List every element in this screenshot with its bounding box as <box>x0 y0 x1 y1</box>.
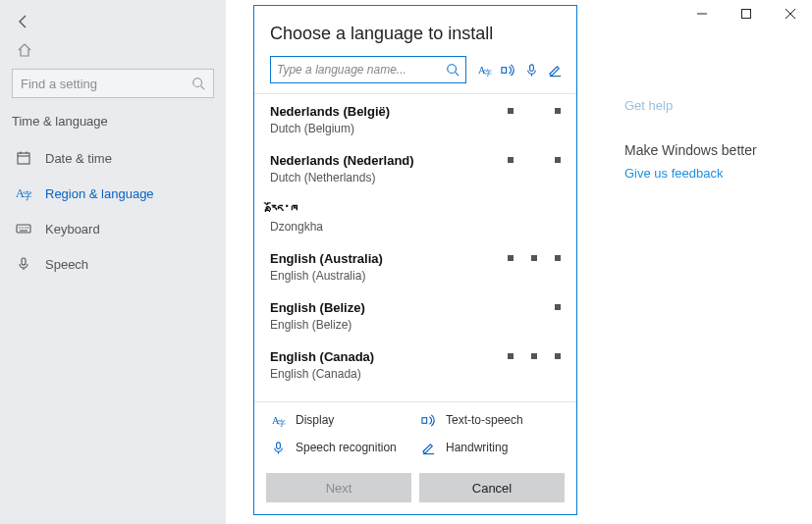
microphone-icon <box>16 256 31 272</box>
language-english-name: Dzongkha <box>270 220 561 234</box>
minimize-icon <box>697 9 707 19</box>
language-feature-dots <box>508 353 561 359</box>
svg-point-17 <box>27 227 28 228</box>
next-button[interactable]: Next <box>266 473 411 502</box>
language-item[interactable]: English (Canada)English (Canada) <box>254 340 576 389</box>
right-panel: Get help Make Windows better Give us fee… <box>624 98 801 181</box>
feature-dot <box>555 304 561 310</box>
close-icon <box>785 9 795 19</box>
feature-dot <box>555 108 561 114</box>
sidebar-item-speech[interactable]: Speech <box>12 248 214 280</box>
language-feature-dots <box>508 304 561 310</box>
language-item[interactable]: Nederlands (Nederland)Dutch (Netherlands… <box>254 143 576 192</box>
home-icon[interactable] <box>14 39 35 61</box>
right-panel-heading: Make Windows better <box>624 142 801 158</box>
language-list[interactable]: Nederlands (België)Dutch (Belgium)Nederl… <box>254 93 576 401</box>
svg-rect-31 <box>276 442 280 448</box>
minimize-button[interactable] <box>679 0 724 27</box>
legend-speech: Speech recognition <box>270 440 412 455</box>
legend-label: Display <box>296 413 334 427</box>
language-english-name: English (Australia) <box>270 269 561 283</box>
language-english-name: English (Belize) <box>270 318 561 332</box>
install-language-dialog: Choose a language to install A字 Nederlan… <box>253 5 577 515</box>
svg-rect-30 <box>421 417 426 423</box>
feature-filter-icons: A字 <box>476 62 563 78</box>
svg-rect-24 <box>501 67 506 73</box>
svg-rect-12 <box>17 225 30 233</box>
settings-search-input[interactable] <box>21 77 191 91</box>
svg-point-4 <box>193 79 202 87</box>
svg-text:字: 字 <box>23 190 31 201</box>
sidebar-item-date-time[interactable]: Date & time <box>12 142 214 174</box>
cancel-button[interactable]: Cancel <box>419 473 565 502</box>
sidebar-section-title: Time & language <box>12 114 214 129</box>
display-language-icon: A字 <box>476 62 492 78</box>
feature-dot <box>555 255 561 261</box>
feature-dot <box>508 255 514 261</box>
language-feature-dots <box>508 157 561 163</box>
globe-icon: A字 <box>16 185 31 201</box>
legend-label: Text-to-speech <box>446 413 523 427</box>
legend-display: A字 Display <box>270 412 412 428</box>
sidebar-item-label: Speech <box>45 257 88 272</box>
display-language-icon: A字 <box>270 412 286 428</box>
text-to-speech-icon <box>420 412 436 428</box>
sidebar-item-keyboard[interactable]: Keyboard <box>12 213 214 244</box>
svg-rect-18 <box>22 258 26 265</box>
calendar-icon <box>16 150 31 166</box>
feature-dot <box>508 157 514 163</box>
language-item[interactable]: English (Belize)English (Belize) <box>254 290 576 340</box>
keyboard-icon <box>16 221 31 236</box>
feature-legend: A字 Display Text-to-speech Speech recogni… <box>254 401 576 465</box>
back-button[interactable] <box>12 10 35 33</box>
legend-tts: Text-to-speech <box>420 412 563 428</box>
feature-dot <box>508 353 514 359</box>
language-feature-dots <box>508 108 561 114</box>
maximize-icon <box>741 9 751 19</box>
maximize-button[interactable] <box>724 0 768 27</box>
dialog-title: Choose a language to install <box>254 6 576 56</box>
language-feature-dots <box>508 206 561 212</box>
close-button[interactable] <box>768 0 812 27</box>
sidebar-item-region-language[interactable]: A字 Region & language <box>12 178 214 209</box>
language-item[interactable]: རྫོང་ཁDzongkha <box>254 192 576 241</box>
language-english-name: English (Canada) <box>270 367 561 381</box>
feature-dot <box>531 255 537 261</box>
feature-dot <box>555 353 561 359</box>
sidebar-item-label: Date & time <box>45 151 112 166</box>
legend-label: Handwriting <box>446 441 508 454</box>
language-item[interactable]: Nederlands (België)Dutch (Belgium) <box>254 94 576 143</box>
language-english-name: Dutch (Belgium) <box>270 122 561 135</box>
language-feature-dots <box>508 255 561 261</box>
settings-sidebar: Time & language Date & time A字 Region & … <box>0 0 226 524</box>
sidebar-item-label: Region & language <box>45 186 154 201</box>
search-icon <box>446 63 460 77</box>
svg-rect-6 <box>18 153 29 164</box>
handwriting-icon <box>420 440 436 455</box>
svg-rect-1 <box>741 10 750 19</box>
svg-point-15 <box>22 227 23 228</box>
settings-search-box[interactable] <box>12 69 214 98</box>
language-search-input[interactable] <box>277 63 446 77</box>
language-search-box[interactable] <box>270 56 466 83</box>
get-help-link[interactable]: Get help <box>624 98 801 113</box>
search-icon <box>191 77 205 90</box>
sidebar-item-label: Keyboard <box>45 222 100 236</box>
svg-line-21 <box>456 73 460 77</box>
legend-label: Speech recognition <box>296 441 397 454</box>
svg-point-16 <box>25 227 26 228</box>
language-item[interactable]: English (Australia)English (Australia) <box>254 241 576 290</box>
svg-point-20 <box>448 65 457 74</box>
feature-dot <box>508 108 514 114</box>
svg-text:字: 字 <box>277 419 285 428</box>
svg-text:字: 字 <box>483 69 491 78</box>
speech-recognition-icon <box>270 440 286 455</box>
language-english-name: Dutch (Netherlands) <box>270 171 561 184</box>
svg-line-5 <box>201 86 205 90</box>
text-to-speech-icon <box>500 62 515 78</box>
legend-handwriting: Handwriting <box>420 440 563 455</box>
svg-rect-25 <box>529 64 533 71</box>
svg-point-14 <box>19 227 20 228</box>
feedback-link[interactable]: Give us feedback <box>624 166 801 181</box>
feature-dot <box>555 157 561 163</box>
